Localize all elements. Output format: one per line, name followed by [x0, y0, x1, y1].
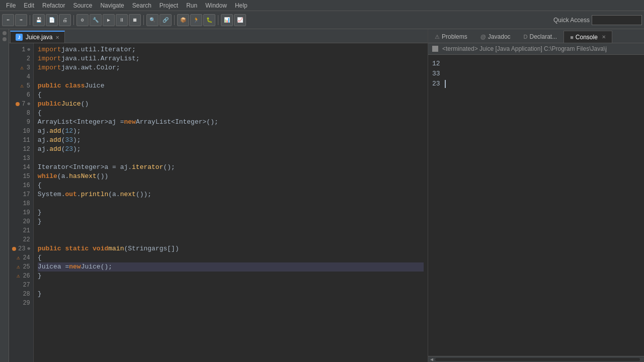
toolbar-btn-8[interactable]: ⏸ [116, 14, 128, 26]
scroll-track[interactable] [435, 358, 640, 361]
code-line-13 [38, 154, 424, 163]
toolbar-btn-10[interactable]: 🔍 [146, 14, 158, 26]
problems-icon: ⚠ [435, 34, 440, 40]
menu-search[interactable]: Search [128, 1, 155, 10]
tab-bar: J Juice.java ✕ [9, 29, 428, 43]
toolbar-btn-2[interactable]: ➡ [15, 14, 27, 26]
line-number-25: ⚠25 [12, 262, 30, 272]
toolbar-btn-9[interactable]: ⏹ [129, 14, 141, 26]
line-number-28: 28 [12, 290, 30, 299]
tab-close-juice[interactable]: ✕ [55, 35, 59, 40]
menu-help[interactable]: Help [231, 1, 252, 10]
code-line-16: { [38, 181, 424, 190]
toolbar-btn-15[interactable]: 📊 [221, 14, 233, 26]
line-num-text-3: 3 [27, 63, 30, 72]
panel-tab-console[interactable]: ■ Console ✕ [564, 31, 612, 43]
line-number-3: ⚠3 [12, 63, 30, 72]
line-num-text-2: 2 [27, 54, 30, 63]
line-num-text-14: 14 [23, 163, 30, 172]
toolbar-btn-4[interactable]: 🖨 [59, 14, 71, 26]
line-num-text-11: 11 [23, 136, 30, 145]
menu-refactor[interactable]: Refactor [38, 1, 69, 10]
console-terminated-text: <terminated> Juice [Java Application] C:… [442, 45, 607, 52]
code-content[interactable]: import java.util.Iterator;import java.ut… [34, 43, 428, 362]
line-num-text-23: 23 [18, 244, 25, 253]
console-scrollbar: ◀ [428, 356, 644, 362]
line-num-text-20: 20 [23, 217, 30, 226]
line-numbers: 1⊖2⚠34⚠567⊖89101112131415161718192021222… [9, 43, 34, 362]
toolbar-btn-5[interactable]: ⚙ [76, 14, 89, 26]
toolbar-btn-6[interactable]: 🔧 [90, 14, 102, 26]
toolbar-btn-12[interactable]: 📦 [177, 14, 189, 26]
console-close-icon[interactable]: ✕ [602, 34, 606, 40]
menu-navigate[interactable]: Navigate [96, 1, 128, 10]
left-sidebar [0, 29, 9, 362]
line-number-14: 14 [12, 163, 30, 172]
panel-tab-javadoc[interactable]: @ Javadoc [474, 31, 517, 43]
line-num-text-27: 27 [23, 281, 30, 290]
line-num-text-8: 8 [27, 109, 30, 118]
line-num-text-16: 16 [23, 181, 30, 190]
menu-window[interactable]: Window [201, 1, 231, 10]
code-line-3: import java.awt.Color; [38, 63, 424, 72]
panel-tab-problems[interactable]: ⚠ Problems [428, 31, 474, 43]
code-line-28: } [38, 290, 424, 299]
menu-run[interactable]: Run [182, 1, 201, 10]
toolbar-btn-11[interactable]: 🔗 [159, 14, 172, 26]
menu-edit[interactable]: Edit [20, 1, 38, 10]
toolbar-sep-5 [218, 15, 218, 25]
line-num-text-26: 26 [23, 272, 30, 281]
line-number-16: 16 [12, 181, 30, 190]
line-num-text-4: 4 [27, 72, 30, 81]
code-line-20: } [38, 217, 424, 226]
menu-project[interactable]: Project [155, 1, 182, 10]
code-line-18 [38, 199, 424, 208]
line-number-9: 9 [12, 118, 30, 127]
warning-icon-24: ⚠ [15, 253, 22, 262]
toolbar-sep-1 [30, 15, 30, 25]
line-number-1: 1⊖ [12, 45, 30, 54]
line-num-text-5: 5 [27, 81, 30, 90]
menu-file[interactable]: File [2, 1, 20, 10]
toolbar-btn-13[interactable]: 🏃 [190, 14, 202, 26]
collapse-icon-1[interactable]: ⊖ [27, 45, 30, 54]
console-line-2: 33 [432, 69, 640, 79]
line-number-21: 21 [12, 226, 30, 235]
panel-tab-declarations[interactable]: D Declarat... [517, 31, 564, 43]
sidebar-dot-2 [3, 37, 7, 41]
code-editor[interactable]: 1⊖2⚠34⚠567⊖89101112131415161718192021222… [9, 43, 428, 362]
editor-tab-juice[interactable]: J Juice.java ✕ [10, 31, 65, 43]
collapse-icon-7[interactable]: ⊖ [27, 100, 30, 109]
panel-tabs: ⚠ Problems @ Javadoc D Declarat... ■ Con… [428, 29, 644, 43]
line-num-text-28: 28 [23, 290, 30, 299]
toolbar-btn-16[interactable]: 📈 [234, 14, 246, 26]
line-number-2: 2 [12, 54, 30, 63]
console-line-3: 23 [432, 79, 640, 89]
console-icon: ■ [570, 34, 574, 40]
line-number-11: 11 [12, 136, 30, 145]
toolbar-btn-1[interactable]: ⬅ [2, 14, 14, 26]
toolbar-btn-7[interactable]: ▶ [103, 14, 115, 26]
toolbar-sep-4 [174, 15, 175, 25]
scroll-left-arrow[interactable]: ◀ [430, 356, 433, 363]
menu-source[interactable]: Source [69, 1, 96, 10]
declarations-icon: D [524, 34, 528, 40]
toolbar-btn-3[interactable]: 📄 [46, 14, 58, 26]
line-num-text-7: 7 [22, 100, 25, 109]
code-line-4 [38, 72, 424, 81]
quick-access-area: Quick Access [553, 15, 642, 25]
breakpoint-23 [12, 247, 16, 251]
line-number-20: 20 [12, 217, 30, 226]
terminate-button[interactable] [432, 46, 438, 52]
tab-icon-juice: J [16, 34, 23, 41]
line-num-text-1: 1 [22, 45, 25, 54]
collapse-icon-23[interactable]: ⊖ [27, 244, 30, 253]
line-number-6: 6 [12, 90, 30, 100]
line-num-text-18: 18 [23, 199, 30, 208]
toolbar-btn-save[interactable]: 💾 [33, 14, 45, 26]
code-line-12: aj.add(23); [38, 145, 424, 154]
line-number-29: 29 [12, 299, 30, 308]
line-num-text-24: 24 [23, 253, 30, 262]
toolbar-btn-14[interactable]: 🐛 [203, 14, 215, 26]
quick-access-input[interactable] [592, 15, 642, 25]
